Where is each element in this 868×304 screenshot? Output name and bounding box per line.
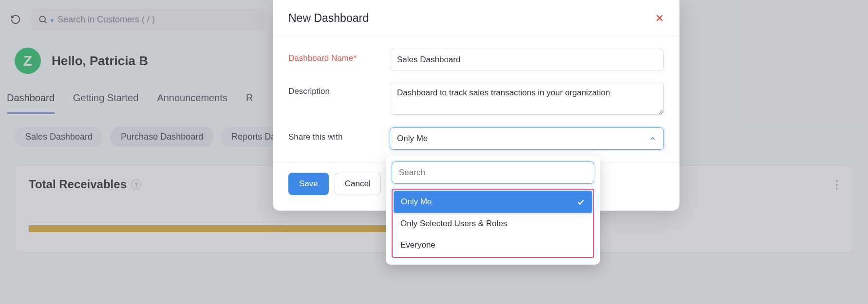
dropdown-option-only-me[interactable]: Only Me	[394, 191, 592, 213]
dropdown-option-everyone[interactable]: Everyone	[394, 234, 592, 256]
dashboard-name-input[interactable]	[390, 49, 664, 71]
chevron-up-icon	[649, 135, 657, 143]
field-label-description: Description	[288, 82, 376, 96]
save-button[interactable]: Save	[288, 173, 329, 195]
dropdown-option-selected-users[interactable]: Only Selected Users & Roles	[394, 213, 592, 234]
close-icon[interactable]: ✕	[655, 12, 664, 25]
dropdown-search-input[interactable]	[392, 161, 594, 184]
cancel-button[interactable]: Cancel	[335, 173, 381, 195]
field-label-share: Share this with	[288, 127, 376, 142]
check-icon	[576, 197, 585, 206]
share-select-value: Only Me	[397, 134, 428, 143]
field-label-name: Dashboard Name*	[288, 49, 376, 63]
share-with-select[interactable]: Only Me	[390, 127, 664, 150]
modal-title: New Dashboard	[288, 12, 369, 25]
dashboard-description-input[interactable]	[390, 82, 664, 115]
dropdown-options-list: Only Me Only Selected Users & Roles Ever…	[392, 189, 594, 258]
share-dropdown-popover: Only Me Only Selected Users & Roles Ever…	[386, 156, 600, 265]
